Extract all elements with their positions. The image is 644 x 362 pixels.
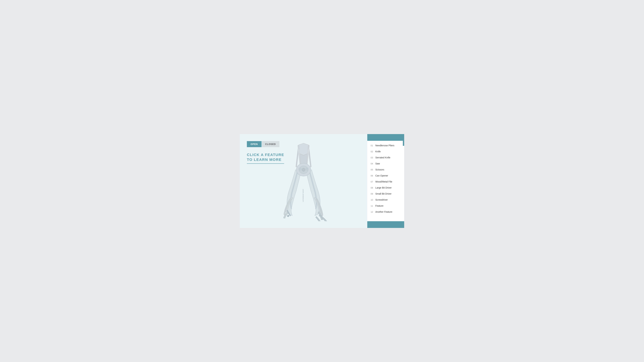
tool-image: LEATHERMAN® WAVE® xyxy=(265,141,342,221)
toggle-row: OPEN CLOSED xyxy=(247,141,280,147)
app-container: OPEN CLOSED CLICK A FEATURE TO LEARN MOR… xyxy=(240,134,404,228)
feature-item[interactable]: 04 Saw xyxy=(367,161,404,167)
open-button[interactable]: OPEN xyxy=(247,141,262,147)
sidebar-footer xyxy=(367,221,404,228)
feature-name: Feature xyxy=(375,204,384,207)
feature-name: Small Bit Driver xyxy=(375,192,392,195)
feature-item[interactable]: 09 Small Bit Driver xyxy=(367,191,404,197)
closed-button[interactable]: CLOSED xyxy=(262,141,280,147)
multitool-svg: LEATHERMAN® WAVE® xyxy=(265,141,342,221)
sidebar-accent xyxy=(403,139,404,146)
sidebar: 01 Needlenose Pliers 02 Knife 03 Serrate… xyxy=(367,134,404,228)
feature-name: Serrated Knife xyxy=(375,156,390,159)
feature-item[interactable]: 06 Can Opener xyxy=(367,173,404,179)
feature-name: Can Opener xyxy=(375,174,388,177)
svg-marker-0 xyxy=(299,143,308,155)
feature-name: Needlenose Pliers xyxy=(375,144,394,147)
feature-item[interactable]: 08 Large Bit Driver xyxy=(367,185,404,191)
feature-name: Scissors xyxy=(375,168,384,171)
feature-item[interactable]: 02 Knife xyxy=(367,148,404,155)
feature-item[interactable]: 10 Screwdriver xyxy=(367,197,404,203)
feature-num: 11 xyxy=(371,205,375,207)
feature-item[interactable]: 03 Serrated Knife xyxy=(367,155,404,161)
feature-item[interactable]: 01 Needlenose Pliers xyxy=(367,142,404,148)
feature-name: Screwdriver xyxy=(375,198,388,201)
feature-item[interactable]: 05 Scissors xyxy=(367,167,404,173)
feature-name: Saw xyxy=(375,162,380,165)
feature-num: 07 xyxy=(371,180,375,183)
svg-point-4 xyxy=(302,168,305,171)
feature-num: 09 xyxy=(371,193,375,195)
feature-num: 10 xyxy=(371,199,375,201)
svg-marker-13 xyxy=(287,215,289,217)
feature-item[interactable]: 11 Feature xyxy=(367,203,404,209)
feature-num: 01 xyxy=(371,144,375,147)
feature-name: Knife xyxy=(375,150,381,153)
feature-num: 06 xyxy=(371,174,375,177)
feature-num: 12 xyxy=(371,211,375,213)
svg-text:LEATHERMAN® WAVE®: LEATHERMAN® WAVE® xyxy=(302,189,304,202)
feature-num: 04 xyxy=(371,162,375,165)
feature-num: 05 xyxy=(371,168,375,171)
feature-num: 03 xyxy=(371,156,375,159)
feature-num: 08 xyxy=(371,187,375,189)
main-panel: OPEN CLOSED CLICK A FEATURE TO LEARN MOR… xyxy=(240,134,367,228)
feature-num: 02 xyxy=(371,150,375,153)
feature-name: Another Feature xyxy=(375,211,392,213)
feature-name: Large Bit Driver xyxy=(375,186,392,189)
feature-list: 01 Needlenose Pliers 02 Knife 03 Serrate… xyxy=(367,141,404,221)
feature-item[interactable]: 07 Wood/Metal File xyxy=(367,179,404,185)
sidebar-header xyxy=(367,134,404,141)
feature-item[interactable]: 12 Another Feature xyxy=(367,209,404,215)
feature-name: Wood/Metal File xyxy=(375,180,392,183)
